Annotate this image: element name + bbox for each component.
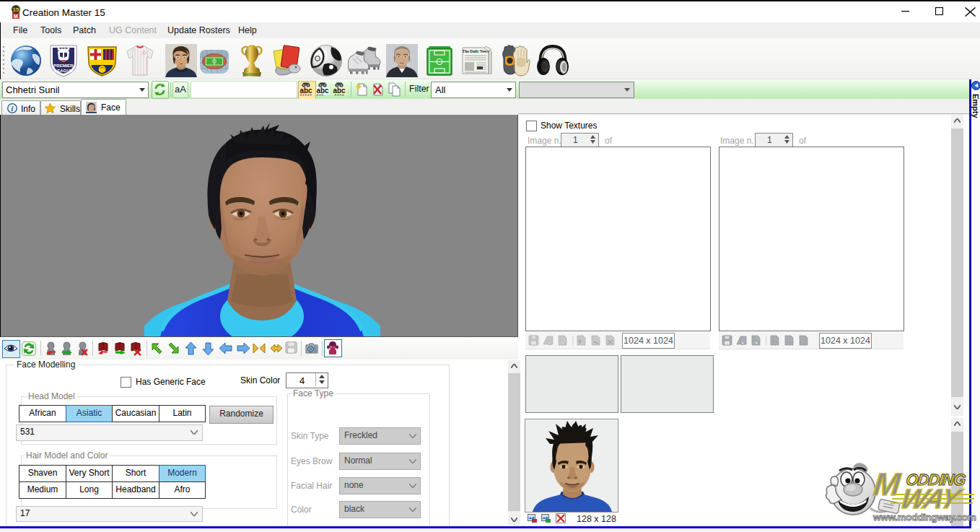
svg-text:PREMIER: PREMIER	[53, 64, 74, 68]
svg-text:The Daily News: The Daily News	[463, 49, 489, 53]
svg-text:M: M	[14, 14, 18, 19]
svg-text:WAY: WAY	[897, 484, 966, 514]
svg-text:www.moddingway.com: www.moddingway.com	[872, 512, 976, 523]
svg-text:i: i	[12, 105, 14, 113]
svg-text:M: M	[872, 466, 903, 502]
svg-text:LEAGUE: LEAGUE	[54, 69, 72, 73]
svg-text:abc: abc	[316, 87, 329, 95]
svg-text:15: 15	[13, 6, 19, 13]
svg-text:abc: abc	[333, 87, 346, 95]
svg-text:abc: abc	[299, 87, 312, 95]
